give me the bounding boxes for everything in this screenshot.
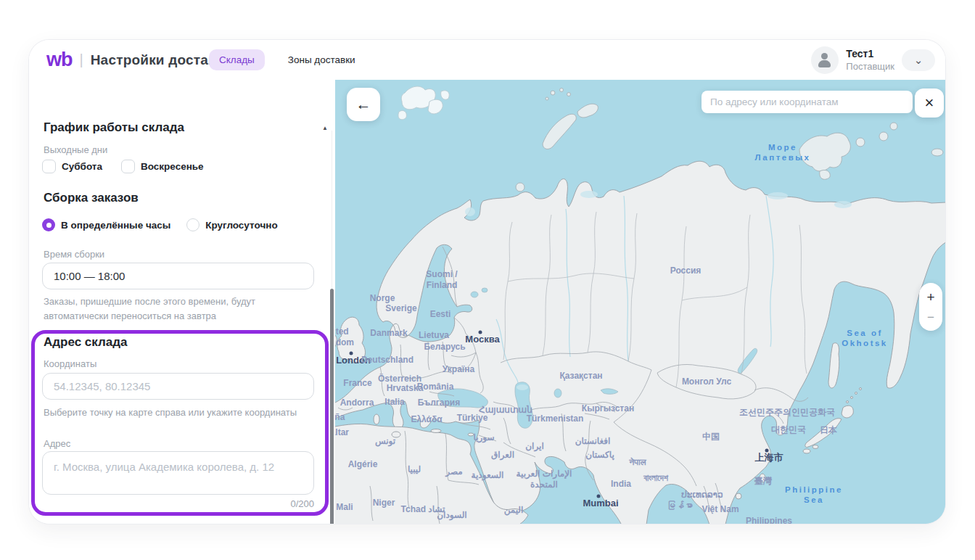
- chevron-down-icon[interactable]: ⌄: [902, 49, 935, 71]
- zoom-out-button[interactable]: −: [927, 311, 934, 324]
- weekend-options: СубботаВоскресенье: [42, 160, 204, 173]
- assembly-time-hint: Заказы, пришедшие после этого времени, б…: [44, 295, 322, 324]
- header-tabs: Склады Зоны доставки: [209, 40, 366, 80]
- checkbox-label: Воскресенье: [141, 161, 204, 172]
- radio-selected-icon[interactable]: [42, 218, 55, 231]
- char-counter: 0/200: [42, 498, 314, 509]
- radio-label: Круглосуточно: [205, 220, 277, 231]
- address-label: Адрес: [44, 438, 70, 449]
- checkbox-option[interactable]: Суббота: [42, 160, 102, 173]
- assembly-heading: Сборка заказов: [44, 191, 139, 205]
- schedule-heading: График работы склада: [44, 120, 184, 135]
- tab-delivery-zones[interactable]: Зоны доставки: [278, 49, 366, 70]
- checkbox-unselected-icon[interactable]: [121, 160, 135, 173]
- coordinates-input[interactable]: [42, 373, 314, 400]
- map-canvas: [335, 80, 945, 524]
- warehouse-settings-panel: График работы склада Выходные дни Суббот…: [29, 80, 335, 524]
- scrollbar-thumb[interactable]: [330, 289, 334, 524]
- app-window: wb | Настройки доставки Склады Зоны дост…: [29, 40, 945, 524]
- back-button[interactable]: ←: [347, 88, 380, 121]
- avatar: [811, 46, 839, 74]
- user-name: Тест1: [846, 48, 894, 61]
- header: wb | Настройки доставки Склады Зоны дост…: [29, 40, 945, 80]
- wb-logo: wb: [46, 49, 73, 71]
- map-search-input[interactable]: [702, 91, 913, 113]
- page: wb | Настройки доставки Склады Зоны дост…: [0, 0, 975, 560]
- radio-option[interactable]: В определённые часы: [42, 218, 170, 231]
- radio-label: В определённые часы: [61, 220, 170, 231]
- tab-sklady[interactable]: Склады: [209, 49, 265, 70]
- brand: wb | Настройки доставки: [46, 40, 233, 80]
- assembly-time-input[interactable]: [42, 263, 314, 289]
- scrollbar-up-icon[interactable]: ▲: [322, 125, 328, 131]
- coordinates-hint: Выберите точку на карте справа или укажи…: [44, 405, 322, 420]
- user-info: Тест1 Поставщик: [846, 48, 894, 73]
- assembly-time-label: Время сборки: [44, 249, 104, 260]
- checkbox-option[interactable]: Воскресенье: [121, 160, 204, 173]
- map-zoom-control: + −: [919, 283, 942, 331]
- user-role: Поставщик: [846, 61, 894, 73]
- close-icon[interactable]: ×: [915, 88, 944, 118]
- checkbox-label: Суббота: [62, 161, 102, 172]
- address-input[interactable]: [42, 451, 314, 495]
- address-heading: Адрес склада: [44, 335, 128, 350]
- logo-divider: |: [80, 52, 83, 68]
- assembly-options: В определённые часыКруглосуточно: [42, 218, 278, 231]
- weekend-label: Выходные дни: [44, 144, 107, 155]
- radio-unselected-icon[interactable]: [186, 218, 199, 231]
- map[interactable]: Море ЛаптевыхSea of OkhotskPhilippine Se…: [335, 80, 945, 524]
- zoom-in-button[interactable]: +: [926, 290, 934, 304]
- checkbox-unselected-icon[interactable]: [42, 160, 56, 173]
- coordinates-label: Координаты: [44, 358, 96, 369]
- user-menu[interactable]: Тест1 Поставщик ⌄: [811, 46, 935, 74]
- radio-option[interactable]: Круглосуточно: [186, 218, 277, 231]
- user-icon: [821, 53, 828, 59]
